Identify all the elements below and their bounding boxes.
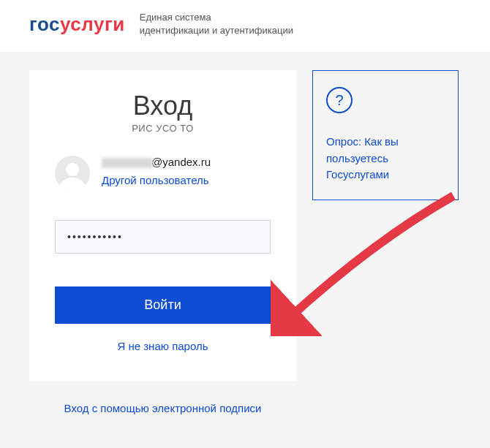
user-email: @yandex.ru <box>102 156 271 168</box>
logo-gos: гос <box>29 13 60 35</box>
content: Вход РИС УСО ТО @yandex.ru Другой пользо… <box>0 52 490 381</box>
login-subtitle: РИС УСО ТО <box>55 123 271 134</box>
login-title: Вход <box>55 91 271 121</box>
alt-login-link[interactable]: Вход с помощью электронной подписи <box>29 402 296 414</box>
login-button[interactable]: Войти <box>55 286 271 324</box>
tagline-line2: идентификации и аутентификации <box>140 24 293 37</box>
user-row: @yandex.ru Другой пользователь <box>55 156 271 191</box>
other-user-link[interactable]: Другой пользователь <box>102 174 271 186</box>
question-icon: ? <box>326 87 353 113</box>
header: госуслуги Единая система идентификации и… <box>0 0 490 52</box>
avatar-icon <box>55 156 90 191</box>
question-icon-char: ? <box>335 92 343 109</box>
logo: госуслуги <box>29 13 125 36</box>
login-card: Вход РИС УСО ТО @yandex.ru Другой пользо… <box>29 70 296 381</box>
password-input[interactable] <box>55 220 271 254</box>
survey-text[interactable]: Опрос: Как вы пользуетесь Госуслугами <box>326 134 445 183</box>
logo-uslugi: услуги <box>60 13 125 35</box>
alt-login-wrap: Вход с помощью электронной подписи <box>0 402 490 414</box>
user-info: @yandex.ru Другой пользователь <box>102 156 271 186</box>
tagline: Единая система идентификации и аутентифи… <box>140 11 293 37</box>
survey-card[interactable]: ? Опрос: Как вы пользуетесь Госуслугами <box>312 70 459 200</box>
forgot-password-link[interactable]: Я не знаю пароль <box>55 340 271 352</box>
user-email-blurred <box>102 158 153 168</box>
user-email-domain: @yandex.ru <box>151 156 211 168</box>
tagline-line1: Единая система <box>140 11 293 24</box>
